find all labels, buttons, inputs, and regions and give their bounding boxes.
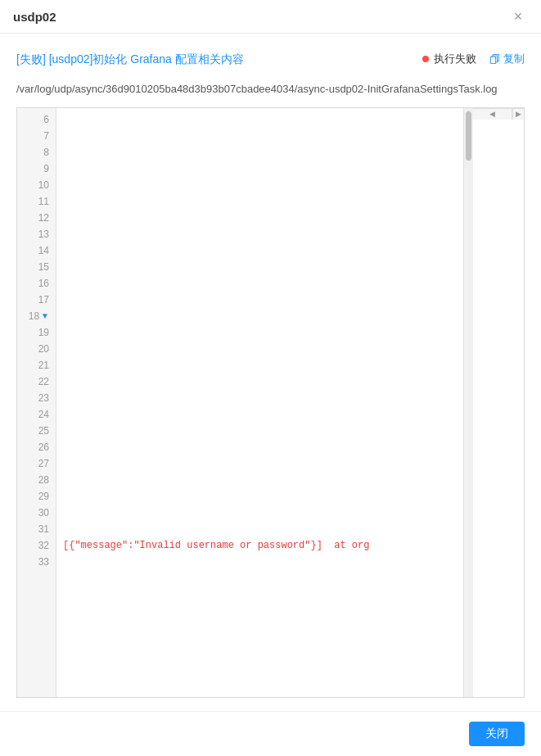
log-line [63, 275, 457, 292]
line-number: 23 [17, 390, 56, 406]
log-line [63, 210, 457, 226]
line-number: 10 [17, 177, 56, 193]
line-number: 17 [17, 292, 56, 308]
line-number: 33 [17, 554, 56, 570]
status-right: 执行失败 🗍 复制 [422, 52, 525, 66]
line-number: 30 [17, 505, 56, 521]
copy-icon: 🗍 [489, 53, 500, 66]
log-line [63, 554, 457, 570]
line-number: 15 [17, 259, 56, 275]
log-line [63, 455, 457, 472]
log-line: [{"message":"Invalid username or passwor… [63, 537, 457, 554]
line-number: 22 [17, 373, 56, 390]
line-number: 18▼ [17, 308, 56, 324]
log-line [63, 292, 457, 308]
modal-container: usdp02 × [失败] [usdp02]初始化 Grafana 配置相关内容… [0, 0, 541, 756]
h-scroll-left-arrow[interactable]: ◀ [473, 109, 512, 120]
line-number: 19 [17, 324, 56, 341]
log-line [63, 324, 457, 341]
log-line [63, 177, 457, 193]
line-number: 13 [17, 226, 56, 242]
modal-header: usdp02 × [0, 0, 541, 34]
log-line [63, 226, 457, 242]
log-line [63, 406, 457, 423]
log-line [63, 423, 457, 439]
log-line [63, 111, 457, 128]
status-dot-icon [422, 56, 429, 62]
copy-label: 复制 [503, 52, 525, 66]
line-number: 29 [17, 488, 56, 505]
line-number: 16 [17, 275, 56, 292]
line-number: 12 [17, 210, 56, 226]
close-action-button[interactable]: 关闭 [469, 722, 525, 746]
task-title-link[interactable]: [失败] [usdp02]初始化 Grafana 配置相关内容 [16, 50, 244, 68]
line-number: 21 [17, 357, 56, 373]
line-number: 25 [17, 423, 56, 439]
close-icon[interactable]: × [508, 7, 528, 26]
line-number: 20 [17, 341, 56, 357]
modal-footer: 关闭 [0, 711, 541, 756]
log-line [63, 259, 457, 275]
log-line [63, 308, 457, 324]
line-number: 32 [17, 537, 56, 554]
log-content: [{"message":"Invalid username or passwor… [56, 108, 463, 573]
log-line [63, 161, 457, 177]
modal-title: usdp02 [13, 10, 56, 24]
line-number: 6 [17, 111, 56, 128]
log-viewer-inner: 6789101112131415161718▼19202122232425262… [17, 108, 473, 697]
log-line [63, 373, 457, 390]
line-number: 28 [17, 472, 56, 488]
vertical-scrollbar[interactable]: ▲ [463, 108, 473, 697]
arrow-indicator-icon: ▼ [41, 308, 49, 324]
line-number: 14 [17, 242, 56, 259]
line-number: 26 [17, 439, 56, 455]
log-viewer: 6789101112131415161718▼19202122232425262… [16, 107, 525, 698]
line-number: 24 [17, 406, 56, 423]
log-line [63, 128, 457, 144]
log-viewer-wrapper: 6789101112131415161718▼19202122232425262… [16, 107, 525, 698]
line-number: 8 [17, 144, 56, 161]
line-number: 9 [17, 161, 56, 177]
horizontal-scroll-row: ◀ ▶ [473, 108, 524, 120]
status-badge: 执行失败 [422, 52, 476, 66]
modal-body: [失败] [usdp02]初始化 Grafana 配置相关内容 执行失败 🗍 复… [0, 34, 541, 711]
log-line [63, 242, 457, 259]
log-line [63, 439, 457, 455]
h-scroll-right-arrow[interactable]: ▶ [512, 109, 524, 120]
scrollbar-thumb[interactable] [466, 111, 471, 161]
log-line [63, 193, 457, 210]
log-line [63, 357, 457, 373]
line-number: 31 [17, 521, 56, 537]
log-line [63, 472, 457, 488]
log-path: /var/log/udp/async/36d9010205ba48d3b93b0… [16, 81, 525, 97]
status-row: [失败] [usdp02]初始化 Grafana 配置相关内容 执行失败 🗍 复… [16, 50, 525, 68]
log-line [63, 505, 457, 521]
line-numbers: 6789101112131415161718▼19202122232425262… [17, 108, 56, 697]
line-number: 27 [17, 455, 56, 472]
copy-button[interactable]: 🗍 复制 [489, 52, 525, 66]
log-line [63, 521, 457, 537]
log-line [63, 488, 457, 505]
line-number: 11 [17, 193, 56, 210]
log-line [63, 341, 457, 357]
log-line [63, 390, 457, 406]
status-text: 执行失败 [434, 52, 476, 66]
log-line [63, 144, 457, 161]
line-number: 7 [17, 128, 56, 144]
log-content-area[interactable]: [{"message":"Invalid username or passwor… [56, 108, 463, 697]
